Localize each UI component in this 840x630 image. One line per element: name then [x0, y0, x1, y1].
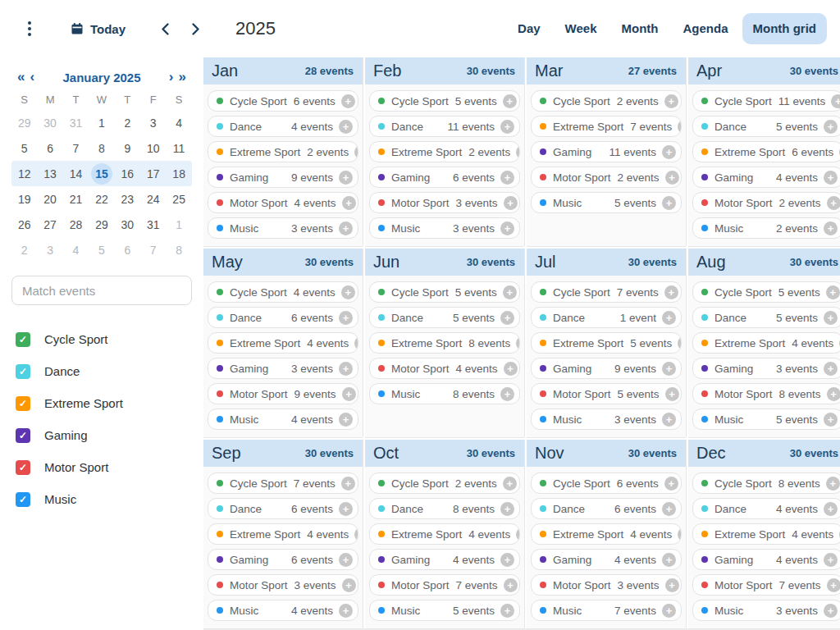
add-event-icon[interactable]: +	[678, 336, 682, 350]
event-group-pill[interactable]: Cycle Sport7 events+	[208, 472, 358, 494]
kebab-menu-icon[interactable]	[25, 18, 34, 39]
next-month-icon[interactable]: ›	[167, 67, 176, 87]
event-group-pill[interactable]: Motor Sport4 events+	[208, 192, 358, 213]
checkbox-motor-sport[interactable]: ✓	[16, 460, 30, 475]
prev-month-icon[interactable]: ‹	[27, 67, 37, 87]
view-tab-agenda[interactable]: Agenda	[673, 13, 739, 44]
event-group-pill[interactable]: Dance6 events+	[208, 307, 358, 328]
add-event-icon[interactable]: +	[339, 311, 353, 325]
event-group-pill[interactable]: Music8 events+	[369, 383, 520, 404]
add-event-icon[interactable]: +	[824, 502, 838, 516]
mini-calendar-day[interactable]: 5	[11, 138, 37, 159]
add-event-icon[interactable]: +	[831, 94, 840, 108]
add-event-icon[interactable]: +	[354, 336, 358, 350]
mini-calendar-day[interactable]: 22	[89, 189, 114, 210]
add-event-icon[interactable]: +	[341, 94, 355, 108]
event-group-pill[interactable]: Gaming3 events+	[692, 358, 840, 379]
mini-calendar-day[interactable]: 4	[63, 240, 89, 261]
event-group-pill[interactable]: Music5 events+	[692, 409, 840, 430]
add-event-icon[interactable]: +	[500, 604, 514, 618]
event-group-pill[interactable]: Motor Sport2 events+	[531, 167, 682, 188]
month-header[interactable]: Sep30 events	[203, 440, 363, 467]
event-group-pill[interactable]: Extreme Sport8 events+	[369, 332, 520, 354]
event-group-pill[interactable]: Extreme Sport2 events+	[208, 141, 358, 162]
add-event-icon[interactable]: +	[826, 285, 840, 299]
event-group-pill[interactable]: Gaming11 events+	[531, 141, 682, 162]
month-header[interactable]: Aug30 events	[688, 249, 840, 276]
mini-calendar-day[interactable]: 26	[11, 214, 37, 235]
search-input[interactable]	[11, 276, 192, 305]
mini-calendar-day[interactable]: 8	[166, 240, 191, 261]
mini-calendar-day[interactable]: 11	[166, 138, 191, 159]
event-group-pill[interactable]: Cycle Sport11 events+	[692, 90, 840, 112]
add-event-icon[interactable]: +	[662, 502, 676, 516]
event-group-pill[interactable]: Gaming9 events+	[531, 358, 682, 379]
view-tab-day[interactable]: Day	[507, 13, 551, 44]
mini-calendar-day[interactable]: 25	[166, 189, 191, 210]
month-header[interactable]: Jun30 events	[365, 249, 524, 276]
add-event-icon[interactable]: +	[824, 604, 838, 618]
add-event-icon[interactable]: +	[662, 362, 676, 376]
add-event-icon[interactable]: +	[824, 120, 838, 134]
event-group-pill[interactable]: Extreme Sport4 events+	[692, 332, 840, 354]
add-event-icon[interactable]: +	[339, 502, 353, 516]
add-event-icon[interactable]: +	[662, 196, 676, 210]
event-group-pill[interactable]: Extreme Sport5 events+	[531, 332, 682, 354]
add-event-icon[interactable]: +	[500, 311, 514, 325]
add-event-icon[interactable]: +	[824, 413, 838, 427]
event-group-pill[interactable]: Music5 events+	[369, 600, 520, 621]
mini-calendar-day[interactable]: 3	[140, 112, 166, 134]
event-group-pill[interactable]: Cycle Sport7 events+	[531, 281, 682, 303]
event-group-pill[interactable]: Motor Sport7 events+	[369, 574, 520, 596]
next-year-icon[interactable]: »	[176, 67, 189, 87]
add-event-icon[interactable]: +	[516, 336, 520, 350]
event-group-pill[interactable]: Dance5 events+	[369, 307, 520, 328]
mini-calendar-day[interactable]: 27	[37, 214, 62, 235]
event-group-pill[interactable]: Gaming4 events+	[369, 549, 520, 570]
event-group-pill[interactable]: Music3 events+	[369, 217, 520, 239]
mini-calendar-day[interactable]: 14	[63, 163, 89, 185]
add-event-icon[interactable]: +	[827, 578, 840, 592]
filter-motor-sport[interactable]: ✓Motor Sport	[11, 451, 192, 483]
mini-calendar-day[interactable]: 2	[11, 240, 37, 261]
add-event-icon[interactable]: +	[339, 221, 353, 235]
event-group-pill[interactable]: Motor Sport7 events+	[692, 574, 840, 596]
view-tab-month[interactable]: Month	[611, 13, 669, 44]
mini-calendar-day[interactable]: 2	[115, 112, 140, 134]
mini-calendar-day[interactable]: 24	[140, 189, 166, 210]
event-group-pill[interactable]: Motor Sport3 events+	[208, 574, 358, 596]
add-event-icon[interactable]: +	[504, 196, 518, 210]
event-group-pill[interactable]: Motor Sport5 events+	[531, 383, 682, 404]
event-group-pill[interactable]: Gaming9 events+	[208, 167, 358, 188]
mini-calendar-day[interactable]: 29	[11, 112, 37, 134]
add-event-icon[interactable]: +	[662, 145, 676, 159]
view-tab-week[interactable]: Week	[555, 13, 608, 44]
mini-calendar-day[interactable]: 7	[63, 138, 89, 159]
add-event-icon[interactable]: +	[824, 171, 838, 185]
event-group-pill[interactable]: Motor Sport4 events+	[369, 358, 520, 379]
filter-gaming[interactable]: ✓Gaming	[11, 419, 192, 451]
add-event-icon[interactable]: +	[339, 413, 353, 427]
month-header[interactable]: Mar27 events	[527, 57, 686, 84]
event-group-pill[interactable]: Gaming4 events+	[531, 549, 682, 570]
add-event-icon[interactable]: +	[504, 578, 518, 592]
checkbox-dance[interactable]: ✓	[16, 364, 30, 379]
event-group-pill[interactable]: Extreme Sport4 events+	[208, 523, 358, 545]
event-group-pill[interactable]: Dance6 events+	[531, 498, 682, 519]
add-event-icon[interactable]: +	[341, 477, 355, 491]
event-group-pill[interactable]: Cycle Sport5 events+	[692, 281, 840, 303]
add-event-icon[interactable]: +	[662, 311, 676, 325]
event-group-pill[interactable]: Dance4 events+	[208, 116, 358, 137]
event-group-pill[interactable]: Cycle Sport8 events+	[692, 472, 840, 494]
month-header[interactable]: Apr30 events	[688, 57, 840, 84]
event-group-pill[interactable]: Extreme Sport4 events+	[692, 523, 840, 545]
filter-extreme-sport[interactable]: ✓Extreme Sport	[11, 387, 192, 419]
mini-calendar-day[interactable]: 16	[115, 163, 140, 185]
event-group-pill[interactable]: Gaming4 events+	[692, 549, 840, 570]
event-group-pill[interactable]: Gaming6 events+	[208, 549, 358, 570]
mini-calendar-day[interactable]: 3	[37, 240, 62, 261]
mini-calendar-day[interactable]: 6	[37, 138, 62, 159]
add-event-icon[interactable]: +	[827, 196, 840, 210]
add-event-icon[interactable]: +	[339, 553, 353, 567]
event-group-pill[interactable]: Gaming6 events+	[369, 167, 520, 188]
